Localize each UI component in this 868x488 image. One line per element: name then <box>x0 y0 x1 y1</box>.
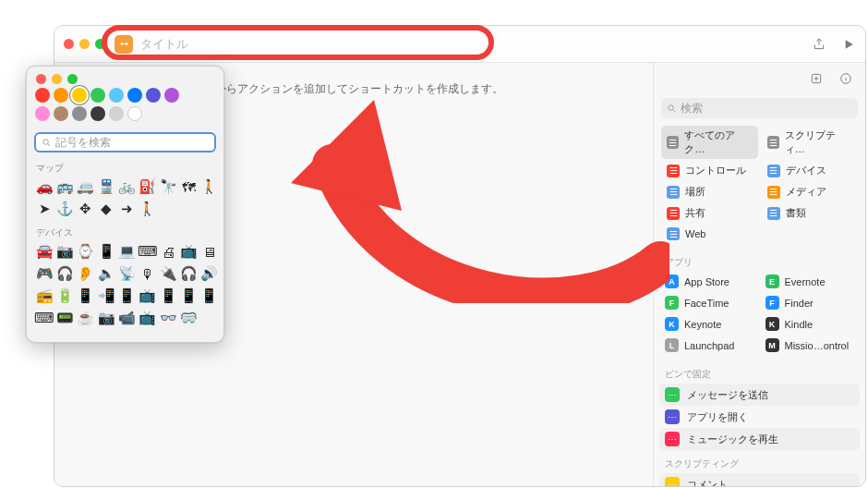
app-item[interactable]: LLaunchpad <box>661 336 758 355</box>
app-item[interactable]: MMissio…ontrol <box>762 336 859 355</box>
share-icon[interactable] <box>812 37 826 52</box>
category-item[interactable]: ☰スクリプティ… <box>762 126 859 159</box>
palette-color[interactable] <box>146 88 161 103</box>
category-item[interactable]: ☰共有 <box>661 203 758 223</box>
glyph-item[interactable] <box>201 201 218 217</box>
glyph-item[interactable]: 🎧 <box>56 265 73 282</box>
glyph-item[interactable]: 🖨 <box>160 243 176 260</box>
palette-color[interactable] <box>72 106 87 121</box>
glyph-item[interactable]: 📷 <box>56 243 73 260</box>
app-item[interactable]: FFinder <box>762 293 859 312</box>
app-item[interactable]: AApp Store <box>661 272 758 291</box>
play-icon[interactable] <box>841 37 856 52</box>
glyph-item[interactable]: 📺 <box>180 243 197 260</box>
glyph-item[interactable]: 📺 <box>139 287 156 304</box>
glyph-item[interactable] <box>160 201 176 217</box>
glyph-item[interactable]: 📻 <box>36 287 53 304</box>
glyph-item[interactable]: 🔌 <box>160 265 176 282</box>
glyph-item[interactable]: 📷 <box>98 310 115 326</box>
app-item[interactable]: KKindle <box>762 314 859 334</box>
glyph-item[interactable]: 💻 <box>118 243 135 260</box>
glyph-item[interactable]: 📹 <box>118 310 135 326</box>
sidebar-search[interactable]: 検索 <box>661 98 858 118</box>
title-field[interactable]: タイトル <box>140 36 812 53</box>
palette-color[interactable] <box>54 88 68 103</box>
palette-color[interactable] <box>164 88 179 103</box>
glyph-item[interactable]: 🎮 <box>36 265 53 282</box>
zoom-icon[interactable] <box>67 74 78 84</box>
glyph-item[interactable]: 🚲 <box>118 178 135 195</box>
palette-color[interactable] <box>127 88 142 103</box>
glyph-item[interactable]: ➤ <box>36 201 53 217</box>
glyph-item[interactable]: 📡 <box>118 265 135 282</box>
glyph-item[interactable]: 🔭 <box>160 178 176 195</box>
glyph-item[interactable]: 🚶 <box>201 178 218 195</box>
minimize-icon[interactable] <box>52 74 62 84</box>
action-item[interactable]: ⋯コメント <box>659 473 860 486</box>
glyph-item[interactable]: ☕ <box>78 310 94 326</box>
glyph-item[interactable]: 📺 <box>139 310 156 326</box>
glyph-item[interactable]: 📱 <box>118 287 135 304</box>
category-item[interactable]: ☰メディア <box>762 182 859 201</box>
info-icon[interactable] <box>836 68 856 89</box>
glyph-item[interactable]: 📱 <box>98 243 115 260</box>
palette-color[interactable] <box>90 88 105 103</box>
glyph-item[interactable]: 🗺 <box>180 178 197 195</box>
glyph-item[interactable]: ⌨ <box>36 310 53 326</box>
picker-traffic-lights[interactable] <box>36 74 78 84</box>
glyph-scroll[interactable]: マップ 🚗🚌🚐🚆🚲⛽🔭🗺🚶➤⚓✥◆➜🚶 デバイス 🚘📷⌚📱💻⌨🖨📺🖥🎮🎧👂🔈📡🎙… <box>27 158 223 342</box>
glyph-item[interactable]: 📱 <box>201 287 218 304</box>
glyph-item[interactable]: 🖥 <box>201 243 218 260</box>
glyph-item[interactable]: 🎙 <box>139 265 156 282</box>
close-icon[interactable] <box>64 39 74 49</box>
palette-color[interactable] <box>90 106 105 121</box>
glyph-item[interactable]: 🚶 <box>139 201 156 217</box>
category-item[interactable]: ☰場所 <box>661 182 758 201</box>
traffic-lights[interactable] <box>64 39 105 49</box>
action-item[interactable]: ⋯アプリを開く <box>659 406 860 428</box>
category-item[interactable]: ☰コントロール <box>661 161 758 180</box>
glyph-item[interactable]: 🔈 <box>98 265 115 282</box>
minimize-icon[interactable] <box>79 39 90 49</box>
palette-color[interactable] <box>35 106 50 121</box>
app-item[interactable]: KKeynote <box>661 314 758 334</box>
glyph-item[interactable]: 🚗 <box>36 178 53 195</box>
glyph-item[interactable]: ⌨ <box>139 243 156 260</box>
action-item[interactable]: ⋯メッセージを送信 <box>659 384 860 406</box>
glyph-search[interactable]: 記号を検索 <box>34 132 216 152</box>
glyph-item[interactable]: ⌚ <box>78 243 94 260</box>
palette-color[interactable] <box>35 88 50 103</box>
glyph-item[interactable]: 📱 <box>180 287 197 304</box>
category-item[interactable]: ☰すべてのアク… <box>661 126 758 159</box>
app-item[interactable]: FFaceTime <box>661 293 758 312</box>
glyph-item[interactable]: ◆ <box>98 201 115 217</box>
category-item[interactable]: ☰デバイス <box>762 161 859 180</box>
glyph-item[interactable]: 📟 <box>56 310 73 326</box>
palette-color[interactable] <box>127 106 142 121</box>
action-item[interactable]: ⋯ミュージックを再生 <box>659 428 860 450</box>
glyph-item[interactable]: 🎧 <box>180 265 197 282</box>
glyph-item[interactable]: 👂 <box>78 265 94 282</box>
glyph-item[interactable]: 🚆 <box>98 178 115 195</box>
shortcut-icon[interactable] <box>115 35 133 54</box>
palette-color[interactable] <box>109 88 124 103</box>
glyph-item[interactable] <box>180 201 197 217</box>
glyph-item[interactable]: 👓 <box>160 310 176 326</box>
glyph-item[interactable]: 🚐 <box>78 178 94 195</box>
glyph-item[interactable]: ✥ <box>78 201 94 217</box>
glyph-item[interactable]: 🔊 <box>201 265 218 282</box>
close-icon[interactable] <box>36 74 46 84</box>
category-item[interactable]: ☰Web <box>661 225 758 243</box>
zoom-icon[interactable] <box>95 39 105 49</box>
glyph-item[interactable]: 🔋 <box>56 287 73 304</box>
glyph-item[interactable]: 📱 <box>78 287 94 304</box>
glyph-item[interactable]: 📲 <box>98 287 115 304</box>
glyph-item[interactable]: ⚓ <box>56 201 73 217</box>
glyph-item[interactable]: 🥽 <box>180 310 197 326</box>
glyph-item[interactable]: 🚘 <box>36 243 53 260</box>
palette-color[interactable] <box>109 106 124 121</box>
glyph-item[interactable]: 📱 <box>160 287 176 304</box>
glyph-item[interactable]: ⛽ <box>139 178 156 195</box>
palette-color[interactable] <box>54 106 68 121</box>
library-icon[interactable] <box>806 68 826 89</box>
